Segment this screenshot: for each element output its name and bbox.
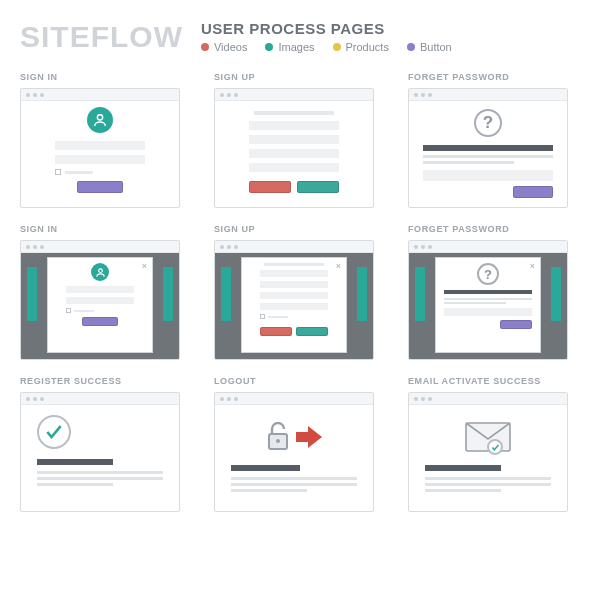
signup-input-1[interactable] <box>260 270 328 277</box>
email-input[interactable] <box>444 308 532 316</box>
text-line <box>423 155 553 158</box>
window-sign-in-modal: × <box>20 240 180 360</box>
page-subtitle: USER PROCESS PAGES <box>201 20 580 37</box>
sign-in-button[interactable] <box>77 181 123 193</box>
card-email-activate: EMAIL ACTIVATE SUCCESS <box>408 376 580 512</box>
legend-dot-button <box>407 43 415 51</box>
sign-in-button[interactable] <box>82 317 118 326</box>
remember-row <box>66 308 134 313</box>
bg-strip <box>221 267 231 321</box>
legend-videos: Videos <box>201 41 247 53</box>
window-forget-password: ? <box>408 88 568 208</box>
text-line <box>37 477 163 480</box>
close-icon[interactable]: × <box>142 261 147 271</box>
username-input[interactable] <box>55 141 145 150</box>
bg-strip <box>415 267 425 321</box>
card-label: REGISTER SUCCESS <box>20 376 192 386</box>
text-line <box>425 483 551 486</box>
close-icon[interactable]: × <box>530 261 535 271</box>
sign-in-form <box>21 101 179 207</box>
bg-strip <box>551 267 561 321</box>
text-line <box>423 161 514 164</box>
text-line <box>231 489 307 492</box>
signup-input-2[interactable] <box>249 135 339 144</box>
email-activate-body <box>409 405 567 511</box>
svg-point-1 <box>98 268 102 272</box>
forget-password-body: ? <box>409 101 567 207</box>
cancel-button[interactable] <box>260 327 292 336</box>
signup-input-2[interactable] <box>260 281 328 288</box>
sign-in-modal: × <box>47 257 153 353</box>
question-mark-icon: ? <box>474 109 502 137</box>
text-line <box>444 298 532 300</box>
legend-dot-videos <box>201 43 209 51</box>
card-sign-in-modal: SIGN IN × <box>20 224 192 360</box>
card-label: SIGN IN <box>20 224 192 234</box>
logo-text: SITEFLOW <box>20 20 183 54</box>
remember-checkbox[interactable] <box>55 169 61 175</box>
legend-label-products: Products <box>346 41 389 53</box>
heading-bar <box>425 465 501 471</box>
sign-up-modal: × <box>241 257 347 353</box>
card-sign-up-modal: SIGN UP × <box>214 224 386 360</box>
register-success-body <box>21 405 179 511</box>
cancel-button[interactable] <box>249 181 291 193</box>
reset-button[interactable] <box>500 320 532 329</box>
card-label: FORGET PASSWORD <box>408 224 580 234</box>
legend-dot-products <box>333 43 341 51</box>
terms-checkbox[interactable] <box>260 314 265 319</box>
bg-strip <box>27 267 37 321</box>
email-input[interactable] <box>423 170 553 181</box>
signup-input-4[interactable] <box>249 163 339 172</box>
window-titlebar <box>21 241 179 253</box>
modal-content: × <box>215 253 373 359</box>
window-titlebar <box>21 89 179 101</box>
legend-dot-images <box>265 43 273 51</box>
user-avatar-icon <box>91 263 109 281</box>
legend: Videos Images Products Button <box>201 41 580 53</box>
password-input[interactable] <box>55 155 145 164</box>
remember-row <box>55 169 145 175</box>
header: SITEFLOW USER PROCESS PAGES Videos Image… <box>20 20 580 54</box>
question-mark-icon: ? <box>477 263 499 285</box>
password-input[interactable] <box>66 297 134 304</box>
signup-input-3[interactable] <box>260 292 328 299</box>
terms-row <box>260 314 328 319</box>
text-line <box>37 471 163 474</box>
wireframe-grid: SIGN IN SIGN UP <box>20 72 580 512</box>
email-icon-group <box>425 415 551 459</box>
user-avatar-icon <box>87 107 113 133</box>
header-right: USER PROCESS PAGES Videos Images Product… <box>201 20 580 53</box>
legend-label-videos: Videos <box>214 41 247 53</box>
text-line <box>231 477 357 480</box>
legend-label-button: Button <box>420 41 452 53</box>
card-logout: LOGOUT <box>214 376 386 512</box>
window-email-activate <box>408 392 568 512</box>
heading-bar <box>444 290 532 294</box>
signup-input-4[interactable] <box>260 303 328 310</box>
window-titlebar <box>215 89 373 101</box>
card-forget-password: FORGET PASSWORD ? <box>408 72 580 208</box>
bg-strip <box>357 267 367 321</box>
checkmark-circle-icon <box>37 415 71 449</box>
card-label: SIGN UP <box>214 224 386 234</box>
remember-checkbox[interactable] <box>66 308 71 313</box>
submit-button[interactable] <box>297 181 339 193</box>
username-input[interactable] <box>66 286 134 293</box>
window-sign-up-modal: × <box>214 240 374 360</box>
close-icon[interactable]: × <box>336 261 341 271</box>
terms-label-placeholder <box>268 316 288 318</box>
legend-button: Button <box>407 41 452 53</box>
heading-bar <box>423 145 553 151</box>
reset-button[interactable] <box>513 186 553 198</box>
window-sign-in <box>20 88 180 208</box>
signup-input-1[interactable] <box>249 121 339 130</box>
form-heading-placeholder <box>254 111 334 115</box>
modal-content: × ? <box>409 253 567 359</box>
legend-images: Images <box>265 41 314 53</box>
signup-input-3[interactable] <box>249 149 339 158</box>
submit-button[interactable] <box>296 327 328 336</box>
window-titlebar <box>409 241 567 253</box>
checkmark-badge-icon <box>487 439 503 455</box>
legend-label-images: Images <box>278 41 314 53</box>
